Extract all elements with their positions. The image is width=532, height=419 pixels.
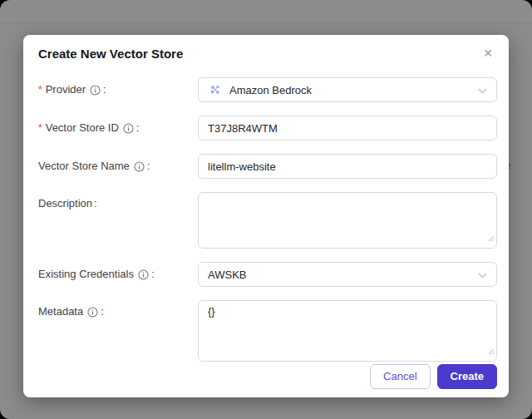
- form-row-description: Description :: [38, 192, 497, 249]
- provider-value: Amazon Bedrock: [229, 84, 312, 96]
- background-header-divider: [0, 22, 532, 23]
- modal-title: Create New Vector Store: [38, 46, 497, 62]
- vector-store-form: * Provider :: [38, 77, 497, 389]
- existing-credentials-value: AWSKB: [208, 269, 246, 281]
- vector-store-name-label: Vector Store Name :: [38, 159, 198, 174]
- create-vector-store-modal: Create New Vector Store ✕ * Provider :: [23, 35, 509, 397]
- vector-store-name-input[interactable]: [198, 154, 497, 179]
- required-asterisk: *: [38, 121, 42, 136]
- chevron-down-icon: [478, 82, 487, 97]
- create-button[interactable]: Create: [437, 364, 497, 389]
- provider-select[interactable]: Amazon Bedrock: [198, 77, 497, 102]
- form-row-vector-store-id: * Vector Store ID :: [38, 116, 497, 140]
- info-icon: [134, 161, 145, 172]
- info-icon: [90, 85, 101, 96]
- vector-store-id-label: * Vector Store ID :: [38, 121, 198, 136]
- info-icon: [87, 307, 98, 318]
- modal-footer: Cancel Create: [38, 364, 497, 389]
- cancel-button[interactable]: Cancel: [370, 364, 430, 389]
- amazon-bedrock-logo-icon: [208, 82, 223, 97]
- form-row-existing-credentials: Existing Credentials : AWSKB: [38, 262, 497, 287]
- info-icon: [123, 123, 134, 134]
- description-textarea[interactable]: [198, 192, 497, 249]
- info-icon: [138, 269, 149, 280]
- form-row-metadata: Metadata : {}: [38, 300, 497, 362]
- existing-credentials-select[interactable]: AWSKB: [198, 262, 497, 287]
- existing-credentials-label: Existing Credentials :: [38, 267, 198, 282]
- required-asterisk: *: [38, 82, 42, 97]
- metadata-textarea[interactable]: {}: [198, 300, 497, 362]
- vector-store-id-input[interactable]: [198, 116, 497, 140]
- metadata-label: Metadata :: [38, 300, 198, 319]
- chevron-down-icon: [478, 267, 487, 282]
- form-row-vector-store-name: Vector Store Name :: [38, 154, 497, 179]
- provider-label: * Provider :: [38, 82, 198, 97]
- close-icon[interactable]: ✕: [479, 44, 497, 62]
- dimmed-page-backdrop: ↑↓ se Create New Vector Store ✕ * Provid…: [0, 0, 532, 419]
- form-row-provider: * Provider :: [38, 77, 497, 102]
- description-label: Description :: [38, 192, 198, 211]
